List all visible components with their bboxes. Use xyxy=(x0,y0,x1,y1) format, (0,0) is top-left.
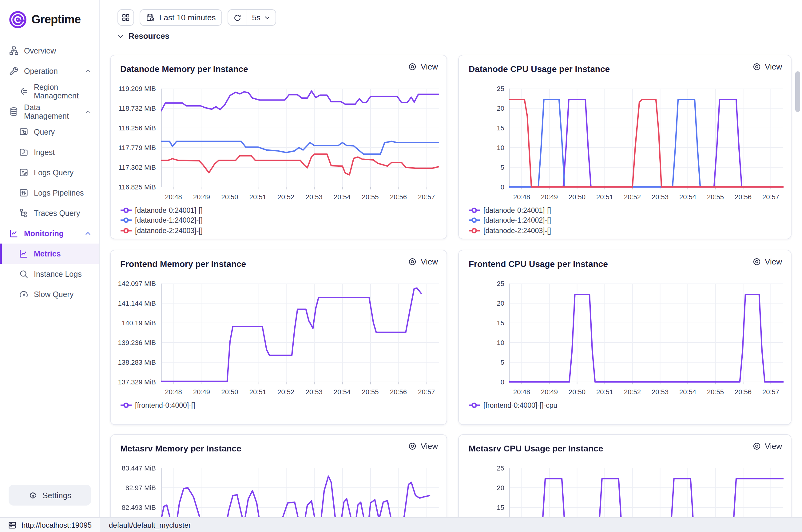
refresh-control: 5s xyxy=(228,9,276,26)
y-axis-tick-label: 20 xyxy=(461,104,504,112)
x-axis-tick-label: 20:56 xyxy=(734,388,751,396)
eye-icon xyxy=(408,62,417,71)
server-icon xyxy=(8,520,17,529)
sidebar-item-instance-logs[interactable]: Instance Logs xyxy=(0,264,99,284)
greptime-logo-icon xyxy=(8,10,27,28)
y-axis-tick-label: 139.236 MiB xyxy=(113,339,156,346)
legend-marker-icon xyxy=(469,402,480,409)
monitoring-chart-icon xyxy=(8,228,19,239)
sidebar-item-overview[interactable]: Overview xyxy=(0,41,99,61)
y-axis-tick-label: 5 xyxy=(461,163,504,171)
sidebar-item-label: Metrics xyxy=(34,249,61,258)
x-axis-tick-label: 20:56 xyxy=(390,193,407,200)
brand-name: Greptime xyxy=(31,13,80,26)
refresh-button[interactable] xyxy=(228,10,247,25)
sidebar-item-ingest[interactable]: Ingest xyxy=(0,142,99,163)
x-axis-tick-label: 20:48 xyxy=(513,193,530,200)
view-button[interactable]: View xyxy=(408,62,438,71)
chevron-up-icon[interactable] xyxy=(84,67,92,75)
x-axis-tick-label: 20:48 xyxy=(513,388,530,396)
search-icon xyxy=(18,269,29,279)
y-axis-tick-label: 118.732 MiB xyxy=(113,104,156,112)
chevron-up-icon[interactable] xyxy=(85,108,92,115)
legend-item[interactable]: [frontend-0:4000]-[] xyxy=(120,400,195,411)
sidebar-item-label: Traces Query xyxy=(34,209,80,217)
resources-section-toggle[interactable]: Resources xyxy=(117,31,169,41)
y-axis-tick-label: 20 xyxy=(461,300,504,307)
sidebar-item-label: Region Management xyxy=(34,83,92,100)
sidebar-item-data-management[interactable]: Data Management xyxy=(0,101,99,122)
legend-item[interactable]: [frontend-0:4000]-[]-cpu xyxy=(469,400,557,411)
sidebar-item-traces-query[interactable]: Traces Query xyxy=(0,203,99,223)
x-axis-tick-label: 20:54 xyxy=(679,193,696,200)
gear-icon xyxy=(28,491,38,500)
x-axis-tick-label: 20:49 xyxy=(193,388,210,396)
legend-item[interactable]: [datanode-0:24001]-[] xyxy=(120,205,203,215)
chart-legend: [frontend-0:4000]-[]-cpu xyxy=(469,400,557,411)
x-axis-tick-label: 20:50 xyxy=(569,388,586,396)
view-label: View xyxy=(765,62,782,71)
y-axis-tick-label: 142.097 MiB xyxy=(113,280,156,287)
server-url: http://localhost:19095 xyxy=(21,520,92,529)
x-axis-tick-label: 20:48 xyxy=(165,193,182,200)
x-axis-tick-label: 20:50 xyxy=(221,388,238,396)
y-axis-tick-label: 25 xyxy=(461,464,504,472)
x-axis-tick-label: 20:55 xyxy=(362,193,379,200)
settings-button[interactable]: Settings xyxy=(8,484,91,506)
x-axis-tick-label: 20:53 xyxy=(652,388,669,396)
sidebar-item-label: Query xyxy=(34,128,55,136)
settings-label: Settings xyxy=(42,491,71,500)
legend-item[interactable]: [datanode-2:24003]-[] xyxy=(469,225,551,235)
view-button[interactable]: View xyxy=(408,257,438,266)
sidebar-item-logs-pipelines[interactable]: Logs Pipelines xyxy=(0,183,99,203)
legend-item[interactable]: [datanode-1:24002]-[] xyxy=(469,215,551,225)
sidebar-item-logs-query[interactable]: Logs Query xyxy=(0,163,99,183)
view-button[interactable]: View xyxy=(752,442,782,451)
metrics-chart-icon xyxy=(18,248,29,259)
y-axis-tick-label: 117.302 MiB xyxy=(113,163,156,171)
legend-item[interactable]: [datanode-2:24003]-[] xyxy=(120,225,203,235)
view-button[interactable]: View xyxy=(752,257,782,266)
sidebar-nav: Overview Operation Region Management Dat… xyxy=(0,31,99,304)
sidebar-item-monitoring[interactable]: Monitoring xyxy=(0,223,99,244)
chart-card: Frontend Memory per Instance View [front… xyxy=(110,250,447,425)
sidebar-item-metrics[interactable]: Metrics xyxy=(0,244,99,264)
view-button[interactable]: View xyxy=(408,442,438,451)
legend-label: [frontend-0:4000]-[]-cpu xyxy=(483,402,557,409)
x-axis-tick-label: 20:50 xyxy=(221,193,238,200)
y-axis-tick-label: 10 xyxy=(461,339,504,346)
x-axis-tick-label: 20:52 xyxy=(278,193,294,200)
database-icon xyxy=(8,107,19,117)
time-range-button[interactable]: Last 10 minutes xyxy=(140,9,222,26)
legend-item[interactable]: [datanode-1:24002]-[] xyxy=(120,215,203,225)
chart-legend: [datanode-0:24001]-[][datanode-1:24002]-… xyxy=(120,205,203,235)
greptime-logo[interactable]: Greptime xyxy=(0,0,99,31)
view-button[interactable]: View xyxy=(752,62,782,71)
query-icon xyxy=(18,127,29,137)
region-icon xyxy=(18,86,29,97)
resources-section-title: Resources xyxy=(129,31,169,41)
chart-title: Metasrv CPU Usage per Instance xyxy=(469,443,603,453)
sidebar-item-slow-query[interactable]: Slow Query xyxy=(0,284,99,304)
legend-marker-icon xyxy=(469,207,480,214)
dashboard-layout-button[interactable] xyxy=(117,9,134,26)
sidebar-item-label: Data Management xyxy=(24,103,80,120)
sidebar-item-label: Logs Pipelines xyxy=(34,189,84,197)
y-axis-tick-label: 25 xyxy=(461,280,504,287)
x-axis-tick-label: 20:55 xyxy=(362,388,379,396)
eye-icon xyxy=(408,442,417,451)
refresh-interval-select[interactable]: 5s xyxy=(247,10,275,25)
x-axis-tick-label: 20:54 xyxy=(333,193,350,200)
eye-icon xyxy=(408,257,417,266)
legend-item[interactable]: [datanode-0:24001]-[] xyxy=(469,205,551,215)
sidebar-item-query[interactable]: Query xyxy=(0,122,99,142)
sidebar-item-operation[interactable]: Operation xyxy=(0,61,99,81)
sidebar-item-label: Overview xyxy=(24,46,56,55)
chevron-up-icon[interactable] xyxy=(84,230,92,237)
x-axis-tick-label: 20:55 xyxy=(707,388,724,396)
vertical-scrollbar-thumb[interactable] xyxy=(795,71,800,112)
y-axis-tick-label: 138.283 MiB xyxy=(113,359,156,366)
sidebar-item-region-management[interactable]: Region Management xyxy=(0,81,99,101)
view-label: View xyxy=(421,442,438,451)
y-axis-tick-label: 15 xyxy=(461,319,504,327)
